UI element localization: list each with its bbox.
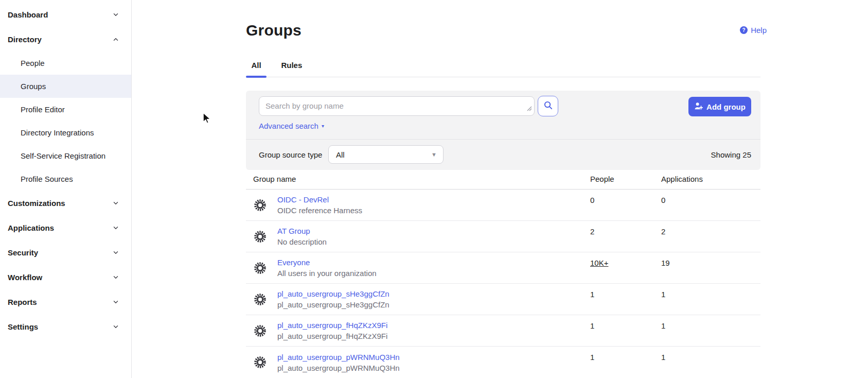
- group-name-link[interactable]: pl_auto_usergroup_pWRNMuQ3Hn: [277, 353, 400, 362]
- add-group-button[interactable]: Add group: [688, 97, 751, 116]
- table-row: OIDC - DevRel OIDC reference Harness 0 0: [246, 190, 760, 221]
- people-count: 1: [590, 321, 594, 330]
- sidebar-item-people[interactable]: People: [0, 51, 131, 75]
- sidebar-item-applications[interactable]: Applications: [0, 215, 131, 240]
- chevron-down-icon: [112, 298, 119, 306]
- column-people: People: [590, 175, 661, 183]
- help-link[interactable]: Help: [740, 26, 767, 35]
- group-name-link[interactable]: pl_auto_usergroup_fHqZKzX9Fi: [277, 321, 387, 330]
- tabs: All Rules: [246, 54, 760, 77]
- group-icon: [253, 355, 267, 369]
- group-name-link[interactable]: OIDC - DevRel: [277, 195, 362, 204]
- showing-count: Showing 25: [711, 150, 751, 159]
- group-name-link[interactable]: pl_auto_usergroup_sHe3ggCfZn: [277, 289, 389, 298]
- chevron-down-icon: [112, 273, 119, 281]
- column-group-name: Group name: [246, 175, 590, 183]
- group-description: No description: [277, 237, 327, 246]
- sidebar-item-label: Customizations: [8, 199, 65, 208]
- group-icon: [253, 230, 267, 244]
- table-body: OIDC - DevRel OIDC reference Harness 0 0…: [246, 190, 760, 378]
- groups-table: Group name People Applications OIDC - De…: [246, 169, 760, 378]
- people-count: 2: [590, 227, 594, 236]
- sidebar-item-customizations[interactable]: Customizations: [0, 191, 131, 215]
- sidebar-item-directory-integrations[interactable]: Directory Integrations: [0, 121, 131, 144]
- sidebar-item-label: Groups: [21, 82, 46, 91]
- advanced-search-label: Advanced search: [259, 122, 318, 130]
- sidebar-items: DashboardDirectoryPeopleGroupsProfile Ed…: [0, 2, 131, 339]
- sidebar-item-security[interactable]: Security: [0, 240, 131, 265]
- caret-down-icon: ▾: [322, 124, 324, 129]
- group-description: pl_auto_usergroup_sHe3ggCfZn: [277, 300, 389, 309]
- tab-rules[interactable]: Rules: [278, 54, 305, 77]
- help-label: Help: [751, 26, 767, 35]
- table-row: pl_auto_usergroup_sHe3ggCfZn pl_auto_use…: [246, 284, 760, 315]
- group-icon: [253, 293, 267, 306]
- search-button[interactable]: [538, 96, 558, 116]
- sidebar-item-label: Dashboard: [8, 10, 48, 19]
- group-description: pl_auto_usergroup_pWRNMuQ3Hn: [277, 364, 400, 372]
- advanced-search-link[interactable]: Advanced search ▾: [259, 122, 324, 130]
- sidebar-item-dashboard[interactable]: Dashboard: [0, 2, 131, 27]
- sidebar-item-label: Workflow: [8, 273, 42, 282]
- group-description: pl_auto_usergroup_fHqZKzX9Fi: [277, 332, 387, 340]
- page-title: Groups: [246, 22, 302, 39]
- sidebar-item-label: Self-Service Registration: [21, 151, 105, 160]
- sidebar-item-label: Settings: [8, 322, 38, 331]
- main-content: Groups Help All Rules: [132, 0, 868, 378]
- group-description: All users in your organization: [277, 269, 377, 278]
- sidebar-item-reports[interactable]: Reports: [0, 289, 131, 314]
- sidebar-item-profile-editor[interactable]: Profile Editor: [0, 98, 131, 121]
- people-count: 1: [590, 353, 594, 362]
- chevron-down-icon: [112, 199, 119, 207]
- search-input[interactable]: [259, 96, 535, 116]
- group-source-type-label: Group source type: [259, 150, 322, 159]
- sidebar-item-self-service-registration[interactable]: Self-Service Registration: [0, 144, 131, 167]
- group-icon: [253, 261, 267, 275]
- group-name-link[interactable]: Everyone: [277, 258, 377, 267]
- sidebar-item-label: Profile Sources: [21, 175, 73, 183]
- chevron-down-icon: [112, 11, 119, 19]
- applications-count: 2: [661, 227, 665, 236]
- filter-panel: Add group Advanced search ▾ Group source…: [246, 91, 760, 170]
- sidebar-item-label: Applications: [8, 224, 54, 232]
- people-count: 1: [590, 290, 594, 299]
- applications-count: 19: [661, 259, 670, 267]
- caret-down-icon: ▼: [431, 151, 437, 158]
- sidebar-item-label: Directory Integrations: [21, 128, 94, 137]
- chevron-down-icon: [112, 323, 119, 331]
- table-row: Everyone All users in your organization …: [246, 252, 760, 284]
- people-count: 0: [590, 196, 594, 204]
- table-row: pl_auto_usergroup_fHqZKzX9Fi pl_auto_use…: [246, 315, 760, 347]
- chevron-up-icon: [112, 36, 119, 43]
- sidebar-item-label: Profile Editor: [21, 105, 65, 114]
- applications-count: 1: [661, 321, 665, 330]
- tab-all[interactable]: All: [246, 54, 267, 77]
- group-name-link[interactable]: AT Group: [277, 227, 327, 235]
- group-icon: [253, 324, 267, 338]
- sidebar-item-workflow[interactable]: Workflow: [0, 265, 131, 289]
- sidebar-item-groups[interactable]: Groups: [0, 75, 131, 98]
- column-applications: Applications: [661, 175, 760, 183]
- sidebar-item-profile-sources[interactable]: Profile Sources: [0, 167, 131, 191]
- add-person-icon: [694, 102, 703, 112]
- chevron-down-icon: [112, 224, 119, 232]
- applications-count: 1: [661, 290, 665, 299]
- sidebar-item-label: Reports: [8, 298, 37, 306]
- sidebar: DashboardDirectoryPeopleGroupsProfile Ed…: [0, 0, 132, 378]
- people-count-link[interactable]: 10K+: [590, 259, 608, 267]
- app-root: DashboardDirectoryPeopleGroupsProfile Ed…: [0, 0, 868, 378]
- search-icon: [543, 100, 553, 112]
- source-type-row: Group source type All ▼ Showing 25: [246, 139, 760, 170]
- group-description: OIDC reference Harness: [277, 206, 362, 215]
- chevron-down-icon: [112, 249, 119, 256]
- sidebar-item-label: People: [21, 59, 45, 67]
- group-source-type-select[interactable]: All ▼: [328, 145, 444, 164]
- table-row: AT Group No description 2 2: [246, 221, 760, 252]
- sidebar-item-settings[interactable]: Settings: [0, 314, 131, 339]
- sidebar-item-directory[interactable]: Directory: [0, 27, 131, 51]
- question-icon: [740, 26, 748, 34]
- applications-count: 0: [661, 196, 665, 204]
- table-header: Group name People Applications: [246, 169, 760, 190]
- sidebar-item-label: Directory: [8, 35, 42, 44]
- table-row: pl_auto_usergroup_pWRNMuQ3Hn pl_auto_use…: [246, 347, 760, 378]
